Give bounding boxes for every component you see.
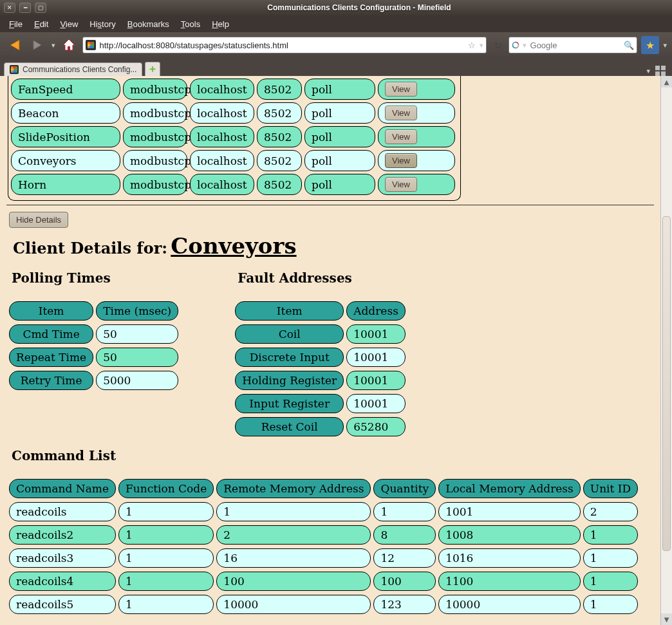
client-view-cell: View bbox=[378, 174, 455, 195]
client-port: 8502 bbox=[257, 174, 302, 195]
scroll-thumb[interactable] bbox=[662, 216, 671, 551]
command-rma: 16 bbox=[216, 548, 371, 568]
client-mode: poll bbox=[304, 150, 375, 171]
command-fc: 1 bbox=[118, 525, 214, 545]
menu-view[interactable]: View bbox=[55, 18, 83, 30]
nav-toolbar: ▾ http://localhost:8080/statuspages/stat… bbox=[0, 32, 672, 58]
star-icon[interactable]: ☆ bbox=[468, 41, 476, 50]
reload-button[interactable]: ↻ bbox=[490, 35, 505, 55]
maximize-icon[interactable]: ▢ bbox=[35, 3, 46, 13]
fault-address: 10001 bbox=[346, 348, 406, 367]
client-port: 8502 bbox=[257, 102, 302, 124]
command-qty: 1 bbox=[373, 502, 436, 521]
client-port: 8502 bbox=[257, 150, 302, 171]
bookmarks-dropdown-icon[interactable]: ▾ bbox=[663, 41, 667, 50]
table-row: Input Register10001 bbox=[235, 394, 406, 413]
vertical-scrollbar[interactable]: ▲ ▼ bbox=[660, 76, 672, 625]
table-row: Coil10001 bbox=[235, 324, 406, 344]
tab-active[interactable]: Communications Clients Config... bbox=[4, 62, 142, 76]
forward-button[interactable] bbox=[28, 35, 48, 55]
search-input[interactable] bbox=[529, 40, 622, 51]
fault-address: 10001 bbox=[346, 394, 406, 413]
command-fc: 1 bbox=[118, 572, 214, 591]
view-button[interactable]: View bbox=[385, 177, 417, 192]
minimize-icon[interactable]: ━ bbox=[19, 3, 31, 13]
client-mode: poll bbox=[304, 174, 375, 195]
divider bbox=[6, 205, 654, 205]
table-row: readcoils4110010011001 bbox=[9, 572, 638, 591]
client-row: FanSpeedmodbustcplocalhost8502pollView bbox=[11, 77, 458, 101]
client-host: localhost bbox=[190, 126, 254, 147]
client-protocol: modbustcp bbox=[123, 174, 187, 195]
fault-item: Holding Register bbox=[235, 371, 344, 390]
fault-item: Input Register bbox=[235, 394, 344, 413]
scroll-track[interactable] bbox=[661, 88, 672, 613]
command-qty: 8 bbox=[373, 525, 436, 545]
command-name: readcoils3 bbox=[9, 548, 116, 568]
client-view-cell: View bbox=[378, 79, 455, 100]
polling-time: 50 bbox=[96, 348, 178, 367]
site-favicon-icon bbox=[86, 40, 96, 50]
new-tab-button[interactable]: ＋ bbox=[145, 62, 160, 76]
table-row: Repeat Time50 bbox=[9, 348, 178, 367]
table-row: Retry Time5000 bbox=[9, 371, 178, 390]
command-qty: 100 bbox=[373, 572, 436, 591]
url-bar[interactable]: http://localhost:8080/statuspages/status… bbox=[82, 37, 487, 53]
commands-title: Command List bbox=[12, 448, 654, 463]
command-lma: 10000 bbox=[438, 595, 581, 614]
tab-overflow-icon[interactable]: ▾ bbox=[646, 67, 650, 75]
table-row: readcoils11110012 bbox=[9, 502, 638, 521]
search-box[interactable]: ▾ 🔍 bbox=[509, 37, 637, 53]
command-fc: 1 bbox=[118, 595, 214, 614]
close-icon[interactable]: ✕ bbox=[4, 3, 15, 13]
view-button[interactable]: View bbox=[385, 82, 417, 97]
command-name: readcoils2 bbox=[9, 525, 116, 545]
heading-client-name: Conveyors bbox=[171, 233, 296, 259]
command-rma: 2 bbox=[216, 525, 371, 545]
command-fc: 1 bbox=[118, 502, 214, 521]
client-row: Beaconmodbustcplocalhost8502pollView bbox=[11, 101, 458, 125]
menu-tools[interactable]: Tools bbox=[176, 18, 205, 30]
commands-header-fc: Function Code bbox=[118, 479, 214, 498]
fault-address: 10001 bbox=[346, 371, 406, 390]
fault-title: Fault Addresses bbox=[238, 270, 408, 286]
polling-item: Cmd Time bbox=[9, 324, 93, 344]
client-name: SlidePosition bbox=[11, 126, 120, 147]
menu-file[interactable]: File bbox=[4, 18, 28, 30]
polling-item: Retry Time bbox=[9, 371, 93, 390]
table-row: Holding Register10001 bbox=[235, 371, 406, 390]
command-lma: 1100 bbox=[438, 572, 581, 591]
command-uid: 2 bbox=[583, 502, 638, 521]
search-dropdown-icon[interactable]: ▾ bbox=[523, 41, 527, 50]
view-button[interactable]: View bbox=[385, 153, 417, 168]
client-list-panel: FanSpeedmodbustcplocalhost8502pollViewBe… bbox=[8, 76, 461, 201]
back-button[interactable] bbox=[5, 35, 24, 55]
command-qty: 12 bbox=[373, 548, 436, 568]
menu-edit[interactable]: Edit bbox=[29, 18, 53, 30]
client-mode: poll bbox=[304, 102, 375, 124]
nav-history-dropdown[interactable]: ▾ bbox=[51, 41, 55, 50]
fault-addresses-section: Fault Addresses Item Address Coil10001Di… bbox=[232, 265, 408, 440]
bookmarks-sidebar-button[interactable]: ★ bbox=[641, 36, 659, 54]
client-port: 8502 bbox=[257, 126, 302, 147]
scroll-up-icon[interactable]: ▲ bbox=[661, 76, 672, 88]
home-button[interactable] bbox=[59, 35, 79, 55]
search-icon[interactable]: 🔍 bbox=[624, 41, 634, 50]
command-name: readcoils5 bbox=[9, 595, 116, 614]
menu-bookmarks[interactable]: Bookmarks bbox=[122, 18, 174, 30]
command-uid: 1 bbox=[583, 595, 638, 614]
scroll-down-icon[interactable]: ▼ bbox=[661, 613, 672, 625]
menu-help[interactable]: Help bbox=[207, 18, 234, 30]
hide-details-button[interactable]: Hide Details bbox=[9, 212, 68, 228]
table-row: Reset Coil65280 bbox=[235, 417, 406, 436]
view-button[interactable]: View bbox=[385, 129, 417, 144]
url-dropdown-icon[interactable]: ▾ bbox=[480, 41, 483, 50]
command-uid: 1 bbox=[583, 525, 638, 545]
command-rma: 10000 bbox=[216, 595, 371, 614]
client-protocol: modbustcp bbox=[123, 79, 187, 100]
tab-groups-icon[interactable] bbox=[655, 66, 667, 76]
polling-header-time: Time (msec) bbox=[96, 301, 178, 321]
menu-history[interactable]: History bbox=[84, 18, 120, 30]
client-mode: poll bbox=[304, 126, 375, 147]
view-button[interactable]: View bbox=[385, 106, 417, 120]
